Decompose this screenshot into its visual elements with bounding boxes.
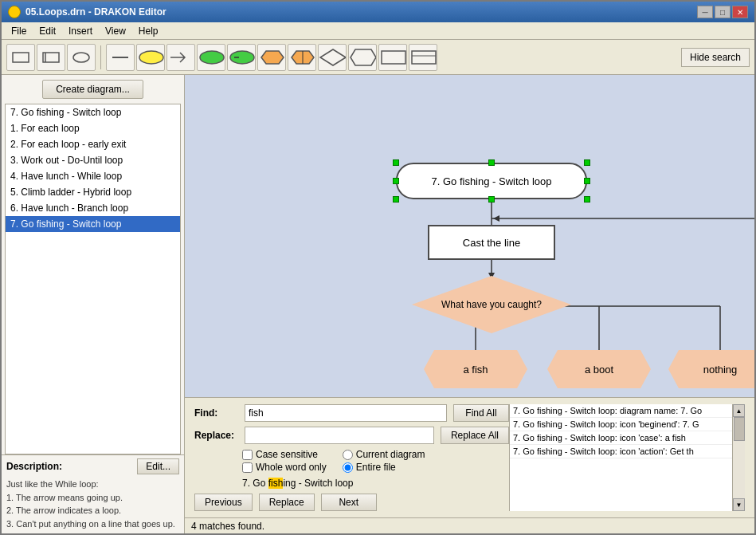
current-diagram-radio[interactable] — [343, 450, 353, 460]
window-title: 05.Loops.drn - DRAKON Editor — [25, 6, 166, 18]
menu-help[interactable]: Help — [132, 24, 165, 38]
diagram-item-1[interactable]: 1. For each loop — [6, 120, 180, 136]
search-result-0[interactable]: 7. Go fishing - Switch loop: diagram nam… — [510, 404, 732, 418]
fr-main: Find: Find All Replace: Replace All — [194, 404, 745, 511]
shape-case-boot[interactable]: a boot — [547, 350, 651, 388]
tool-diamond[interactable] — [318, 44, 347, 71]
shape-decision[interactable]: What have you caught? — [412, 276, 571, 333]
title-buttons: ─ □ ✕ — [697, 6, 748, 18]
fr-left: Find: Find All Replace: Replace All — [194, 404, 509, 511]
menu-edit[interactable]: Edit — [33, 24, 62, 38]
case-sensitive-option[interactable]: Case sensitive — [242, 449, 327, 460]
menu-file[interactable]: File — [5, 24, 33, 38]
handle-tr — [584, 159, 590, 166]
description-area: Description: Edit... Just like the While… — [2, 454, 184, 533]
menu-insert[interactable]: Insert — [62, 24, 99, 38]
case-nothing-label: nothing — [703, 364, 738, 376]
title-bar: 05.Loops.drn - DRAKON Editor ─ □ ✕ — [2, 2, 754, 22]
status-text: 4 matches found. — [191, 521, 264, 532]
diagram-item-0[interactable]: 7. Go fishing - Switch loop — [6, 104, 180, 120]
search-result-2[interactable]: 7. Go fishing - Switch loop: icon 'case'… — [510, 431, 732, 445]
diagram-item-3[interactable]: 3. Work out - Do-Until loop — [6, 152, 180, 168]
replace-input[interactable] — [245, 427, 434, 444]
scroll-down-button[interactable]: ▼ — [733, 498, 745, 511]
close-button[interactable]: ✕ — [732, 6, 748, 18]
entire-file-label: Entire file — [356, 462, 396, 473]
tool-rectangle[interactable] — [6, 44, 35, 71]
svg-rect-13 — [412, 51, 436, 64]
tool-hexagon[interactable] — [348, 44, 377, 71]
find-all-button[interactable]: Find All — [453, 404, 509, 422]
handle-ml — [393, 178, 399, 184]
tool-case2[interactable] — [288, 44, 316, 71]
tool-process[interactable] — [37, 44, 65, 71]
result-row: 7. Go fishing - Switch loop — [194, 478, 509, 489]
app-icon — [8, 6, 21, 18]
action-buttons: Previous Replace Next — [194, 494, 509, 511]
replace-row: Replace: Replace All — [194, 427, 509, 444]
description-text: Just like the While loop: 1. The arrow m… — [6, 478, 179, 530]
right-options: Current diagram Entire file — [343, 449, 425, 473]
tool-action[interactable] — [197, 44, 225, 71]
main-window: 05.Loops.drn - DRAKON Editor ─ □ ✕ File … — [0, 0, 756, 535]
diagram-item-7[interactable]: 7. Go fishing - Switch loop — [6, 216, 180, 232]
next-button[interactable]: Next — [321, 494, 377, 511]
case-fish-label: a fish — [463, 364, 488, 376]
current-diagram-option[interactable]: Current diagram — [343, 449, 425, 460]
tool-line[interactable] — [106, 44, 135, 71]
tool-decision[interactable] — [227, 44, 256, 71]
hide-search-button[interactable]: Hide search — [681, 48, 750, 67]
shape-case-nothing[interactable]: nothing — [668, 350, 754, 388]
entire-file-radio[interactable] — [343, 462, 353, 473]
whole-word-option[interactable]: Whole word only — [242, 462, 327, 473]
search-result-1[interactable]: 7. Go fishing - Switch loop: icon 'begin… — [510, 418, 732, 431]
search-result-3[interactable]: 7. Go fishing - Switch loop: icon 'actio… — [510, 445, 732, 458]
whole-word-checkbox[interactable] — [242, 462, 253, 473]
results-scrollbar[interactable]: ▲ ▼ — [732, 404, 745, 511]
tool-box[interactable] — [378, 44, 407, 71]
find-input[interactable] — [245, 404, 447, 422]
edit-button[interactable]: Edit... — [137, 458, 179, 474]
handle-tc — [488, 159, 495, 166]
find-replace-panel: Find: Find All Replace: Replace All — [185, 397, 754, 517]
diagram-list: 7. Go fishing - Switch loop 1. For each … — [5, 104, 181, 454]
scroll-track — [733, 417, 745, 498]
diagram-item-2[interactable]: 2. For each loop - early exit — [6, 136, 180, 152]
main-area: Create diagram... 7. Go fishing - Switch… — [2, 75, 754, 533]
svg-marker-10 — [320, 49, 346, 65]
replace-all-button[interactable]: Replace All — [441, 427, 509, 444]
description-label: Description: — [6, 461, 62, 472]
tool-beginend[interactable] — [136, 44, 165, 71]
find-label: Find: — [194, 407, 238, 419]
diagram-item-4[interactable]: 4. Have lunch - While loop — [6, 168, 180, 184]
tool-case[interactable] — [257, 44, 286, 71]
action-cast-label: Cast the line — [463, 237, 520, 249]
scroll-thumb[interactable] — [734, 417, 745, 441]
decision-label: What have you caught? — [441, 299, 542, 310]
diagram-canvas[interactable]: 7. Go fishing - Switch loop Cast the lin… — [185, 75, 754, 397]
handle-tl — [393, 159, 399, 166]
content-area: 7. Go fishing - Switch loop Cast the lin… — [185, 75, 754, 533]
left-options: Case sensitive Whole word only — [242, 449, 327, 473]
shape-begin-end[interactable]: 7. Go fishing - Switch loop — [396, 163, 587, 199]
menu-bar: File Edit Insert View Help — [2, 22, 754, 40]
whole-word-label: Whole word only — [256, 462, 327, 473]
find-row: Find: Find All — [194, 404, 509, 422]
create-diagram-button[interactable]: Create diagram... — [42, 80, 143, 99]
minimize-button[interactable]: ─ — [697, 6, 713, 18]
menu-view[interactable]: View — [99, 24, 132, 38]
scroll-up-button[interactable]: ▲ — [733, 404, 745, 417]
maximize-button[interactable]: □ — [715, 6, 731, 18]
tool-arrow[interactable] — [166, 44, 195, 71]
tool-compound[interactable] — [409, 44, 437, 71]
diagram-item-6[interactable]: 6. Have lunch - Branch loop — [6, 200, 180, 216]
case-sensitive-checkbox[interactable] — [242, 450, 253, 460]
diagram-item-5[interactable]: 5. Climb ladder - Hybrid loop — [6, 184, 180, 200]
entire-file-option[interactable]: Entire file — [343, 462, 425, 473]
tool-oval[interactable] — [67, 44, 96, 71]
shape-case-fish[interactable]: a fish — [424, 350, 527, 388]
replace-button[interactable]: Replace — [259, 494, 315, 511]
previous-button[interactable]: Previous — [194, 494, 253, 511]
shape-action-cast[interactable]: Cast the line — [428, 225, 555, 260]
svg-point-6 — [200, 51, 224, 64]
